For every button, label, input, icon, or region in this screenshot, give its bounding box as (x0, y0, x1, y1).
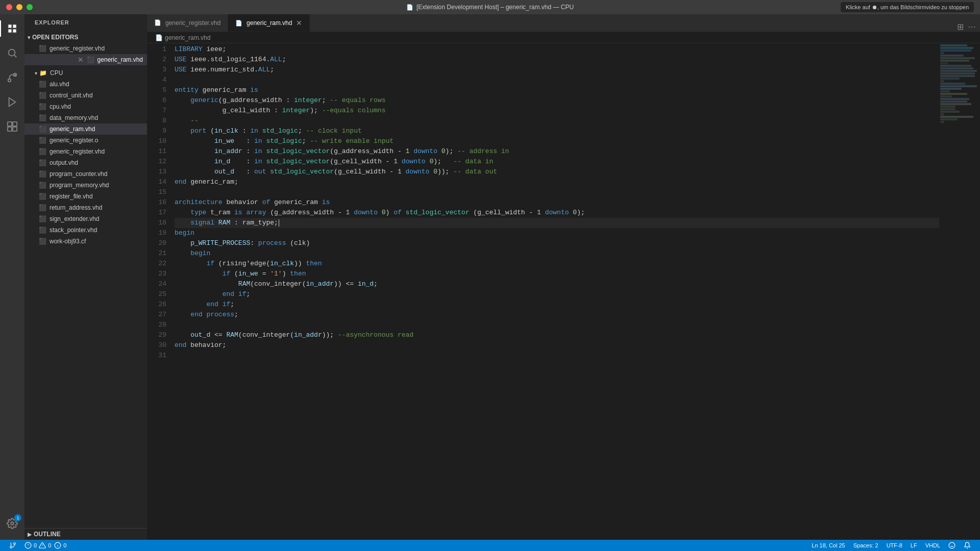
status-right: Ln 18, Col 25 Spaces: 2 UTF-8 LF VHDL (807, 540, 975, 551)
code-line-31 (175, 350, 939, 361)
error-icon (24, 542, 32, 549)
sidebar-item-register-file[interactable]: ⬛ register_file.vhd (24, 191, 147, 202)
minimap (939, 43, 980, 540)
svg-point-0 (9, 49, 15, 56)
file-icon-stack-pointer: ⬛ (39, 227, 46, 234)
status-feedback-icon[interactable] (944, 540, 960, 551)
open-editors-section: ▾ OPEN EDITORS ⬛ generic_register.vhd ✕ … (24, 32, 147, 65)
sidebar-item-data-memory[interactable]: ⬛ data_memory.vhd (24, 112, 147, 123)
code-editor[interactable]: 12345 678910 1112131415 1617181920 21222… (147, 43, 980, 540)
tab-generic-ram[interactable]: 📄 generic_ram.vhd ✕ (228, 14, 310, 32)
code-line-2: USE ieee.std_logic_1164.ALL; (175, 55, 939, 65)
status-eol[interactable]: LF (906, 540, 921, 551)
code-line-29: out_d <= RAM(conv_integer(in_addr)); --a… (175, 330, 939, 340)
code-line-28 (175, 320, 939, 330)
minimize-button[interactable] (16, 4, 22, 10)
sidebar-item-work-obj93[interactable]: ⬛ work-obj93.cf (24, 236, 147, 247)
code-line-26: end if; (175, 299, 939, 310)
run-icon[interactable] (0, 90, 24, 114)
close-editor-icon[interactable]: ✕ (78, 56, 84, 64)
file-icon-alu: ⬛ (39, 81, 46, 88)
code-line-8: -- (175, 116, 939, 126)
split-editor-icon[interactable]: ⊞ (957, 22, 964, 32)
sidebar-item-cpu[interactable]: ⬛ cpu.vhd (24, 101, 147, 112)
status-language[interactable]: VHDL (921, 540, 944, 551)
maximize-button[interactable] (27, 4, 33, 10)
status-notification-icon[interactable] (960, 540, 975, 551)
code-line-18: signal RAM : ram_type; (175, 218, 939, 228)
code-line-6: generic(g_address_width : integer; -- eq… (175, 95, 939, 106)
file-icon-cpu: ⬛ (39, 103, 46, 110)
tab-generic-register[interactable]: 📄 generic_register.vhd (147, 14, 228, 32)
sidebar-item-sign-extender[interactable]: ⬛ sign_extender.vhd (24, 213, 147, 224)
sidebar-item-stack-pointer[interactable]: ⬛ stack_pointer.vhd (24, 224, 147, 236)
sidebar-item-program-memory[interactable]: ⬛ program_memory.vhd (24, 180, 147, 191)
cpu-folder-header[interactable]: ▾ 📁 CPU (24, 67, 147, 79)
vhd-file-icon: ⬛ (87, 56, 94, 63)
code-line-19: begin (175, 228, 939, 238)
sidebar-item-return-address[interactable]: ⬛ return_address.vhd (24, 202, 147, 213)
sidebar-item-output[interactable]: ⬛ output.vhd (24, 157, 147, 168)
open-editors-header[interactable]: ▾ OPEN EDITORS (24, 32, 147, 43)
bell-icon (964, 542, 971, 549)
sidebar-title: EXPLORER (24, 14, 147, 30)
outline-header[interactable]: ▶ OUTLINE (24, 529, 147, 540)
status-encoding[interactable]: UTF-8 (883, 540, 906, 551)
file-icon-sign-extender: ⬛ (39, 215, 46, 222)
svg-marker-4 (9, 98, 16, 107)
status-position[interactable]: Ln 18, Col 25 (807, 540, 849, 551)
extensions-icon[interactable] (0, 114, 24, 139)
close-button[interactable] (6, 4, 12, 10)
activity-bar: 1 (0, 14, 24, 540)
file-icon-generic-register: ⬛ (39, 148, 46, 155)
code-line-24: RAM(conv_integer(in_addr)) <= in_d; (175, 279, 939, 289)
code-line-7: g_cell_width : integer); --equals column… (175, 106, 939, 116)
code-line-10: in_we : in std_logic; -- write enable in… (175, 136, 939, 146)
vhd-file-icon: ⬛ (39, 45, 46, 52)
file-icon-program-memory: ⬛ (39, 182, 46, 189)
sidebar-item-program-counter[interactable]: ⬛ program_counter.vhd (24, 168, 147, 180)
code-content[interactable]: LIBRARY ieee; USE ieee.std_logic_1164.AL… (173, 43, 939, 540)
open-editor-generic-register[interactable]: ⬛ generic_register.vhd (24, 43, 147, 54)
code-line-27: end process; (175, 310, 939, 320)
explorer-icon[interactable] (0, 16, 24, 41)
cpu-folder-section: ▾ 📁 CPU ⬛ alu.vhd ⬛ control_unit.vhd ⬛ c… (24, 67, 147, 247)
status-branch[interactable] (5, 540, 20, 551)
sidebar-item-generic-register[interactable]: ⬛ generic_register.vhd (24, 146, 147, 157)
status-bar: 0 0 0 Ln 18, Col 25 Spaces: 2 UTF-8 LF V… (0, 540, 980, 551)
code-line-3: USE ieee.numeric_std.ALL; (175, 65, 939, 75)
window-controls[interactable] (6, 4, 33, 10)
editor-area: 📄 generic_register.vhd 📄 generic_ram.vhd… (147, 14, 980, 540)
status-spaces[interactable]: Spaces: 2 (849, 540, 883, 551)
svg-rect-6 (13, 122, 17, 126)
sidebar-item-control-unit[interactable]: ⬛ control_unit.vhd (24, 90, 147, 101)
svg-rect-5 (8, 122, 12, 126)
svg-point-11 (14, 543, 16, 545)
sidebar-item-alu[interactable]: ⬛ alu.vhd (24, 79, 147, 90)
sidebar-item-generic-register-o[interactable]: ⬛ generic_register.o (24, 135, 147, 146)
folder-icon: 📁 (39, 69, 47, 77)
source-control-icon[interactable] (0, 65, 24, 90)
outline-section: ▶ OUTLINE (24, 528, 147, 540)
code-line-17: type t_ram is array (g_address_width - 1… (175, 208, 939, 218)
code-line-4 (175, 75, 939, 85)
open-editor-generic-ram[interactable]: ✕ ⬛ generic_ram.vhd (24, 54, 147, 65)
svg-rect-8 (13, 127, 17, 131)
tab-close-button[interactable]: ✕ (296, 19, 302, 27)
line-numbers: 12345 678910 1112131415 1617181920 21222… (147, 43, 173, 540)
status-errors[interactable]: 0 0 0 (20, 540, 70, 551)
code-line-25: end if; (175, 289, 939, 299)
code-line-23: if (in_we = '1') then (175, 269, 939, 279)
smiley-icon (948, 542, 955, 549)
titlebar-notification[interactable]: Klicke auf ⏺, um das Bildschirmvideo zu … (841, 2, 974, 12)
titlebar: 📄 [Extension Development Host] – generic… (0, 0, 980, 14)
git-branch-icon (9, 542, 16, 549)
file-icon-work-obj93: ⬛ (39, 238, 46, 245)
code-line-22: if (rising'edge(in_clk)) then (175, 259, 939, 269)
search-icon[interactable] (0, 41, 24, 65)
sidebar-item-generic-ram[interactable]: ⬛ generic_ram.vhd (24, 123, 147, 135)
settings-icon[interactable]: 1 (0, 511, 24, 536)
sidebar: EXPLORER ▾ OPEN EDITORS ⬛ generic_regist… (24, 14, 147, 540)
cpu-file-list: ⬛ alu.vhd ⬛ control_unit.vhd ⬛ cpu.vhd ⬛… (24, 79, 147, 247)
more-actions-icon[interactable]: ⋯ (968, 22, 976, 32)
